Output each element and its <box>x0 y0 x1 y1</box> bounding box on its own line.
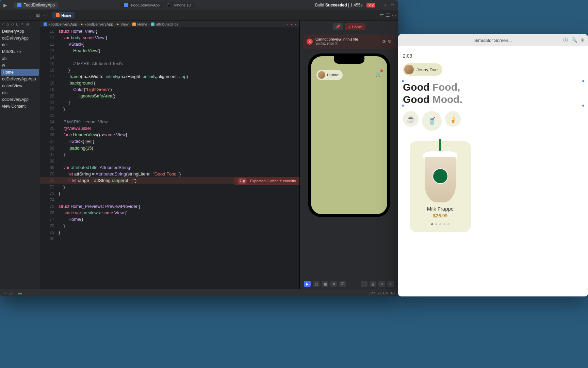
breadcrumb-bar[interactable]: FoodDeliveryApp › ▸ FoodDeliveryApp › ▸ … <box>40 20 299 28</box>
sidebar-item[interactable]: w <box>0 62 40 69</box>
inline-error[interactable]: 2 ⊗ Expected '{' after 'if' conditio <box>234 177 299 185</box>
code-line[interactable]: 74 <box>40 197 299 203</box>
code-line[interactable]: 76 static var previews: some View { <box>40 210 299 216</box>
code-line[interactable]: 66 .padding(15) <box>40 145 299 151</box>
canvas-toggle-icon[interactable]: ▭ <box>392 13 396 18</box>
code-line[interactable]: 14 <box>40 54 299 60</box>
console-icon[interactable]: ▬ <box>18 291 22 295</box>
add-button[interactable]: ＋ <box>383 2 388 8</box>
info-icon[interactable]: ⓘ <box>563 37 568 43</box>
zoom-fit-button[interactable]: ◎ <box>370 281 376 287</box>
run-destination[interactable]: FoodDeliveryApp › 📱 iPhone 13 <box>120 2 195 8</box>
sidebar-item[interactable]: ab <box>0 55 40 62</box>
sidebar-item[interactable]: odDeliveryAppApp <box>0 76 40 82</box>
bars-icon[interactable]: ≡ <box>21 22 23 26</box>
code-line[interactable]: 13 HeaderView() <box>40 47 299 54</box>
zoom-in-button[interactable]: ＋ <box>387 281 394 287</box>
code-line[interactable]: 80 <box>40 235 299 242</box>
code-line[interactable]: 20 .ignoresSafeArea() <box>40 93 299 99</box>
selection-box[interactable]: Good Food, Good Mood. <box>403 81 583 106</box>
category-item[interactable]: 🍦 <box>445 111 461 127</box>
code-line[interactable]: 10struct Home: View { <box>40 28 299 34</box>
code-line[interactable]: 11 var body: some View { <box>40 34 299 41</box>
code-line[interactable]: 23 <box>40 112 299 119</box>
back-icon[interactable]: ‹ <box>287 22 289 26</box>
code-line[interactable]: 17 .frame(maxWidth: .infinity,maxHeight:… <box>40 73 299 80</box>
search-icon[interactable]: 🔍 <box>571 37 577 43</box>
code-line[interactable]: 16 } <box>40 67 299 73</box>
adjust-editor-icon[interactable]: ⇄ <box>380 13 384 18</box>
category-item[interactable]: ☕ <box>403 111 419 127</box>
warn-icon[interactable]: △ <box>6 22 9 26</box>
code-editor[interactable]: 10struct Home: View {11 var body: some V… <box>40 28 299 289</box>
code-line[interactable]: 71 if let range = attString.range(of: "|… <box>40 177 299 184</box>
code-line[interactable]: 73} <box>40 190 299 197</box>
error-badge[interactable]: ✕ 2 <box>366 3 375 7</box>
zoom-icon[interactable]: ⊕ <box>581 37 585 43</box>
code-line[interactable]: 78 } <box>40 223 299 229</box>
code-line[interactable]: 27 HStack{ ••• } <box>40 138 299 145</box>
code-line[interactable]: 67 } <box>40 151 299 158</box>
zoom-actual-button[interactable]: ⊙ <box>378 281 385 287</box>
category-item-selected[interactable]: 🥤 <box>422 111 442 131</box>
back-button[interactable]: ‹ <box>44 13 46 18</box>
zoom-out-button[interactable]: − <box>361 281 368 287</box>
selectable-button[interactable]: ▢ <box>313 281 320 287</box>
code-line[interactable]: 19 Color("LightGreen") <box>40 86 299 93</box>
code-line[interactable]: 22 } <box>40 106 299 112</box>
square-icon[interactable]: ▢ <box>16 22 19 26</box>
grid-icon[interactable]: ▦ <box>36 13 40 18</box>
sidebar-item[interactable]: DeliveryApp <box>0 28 40 35</box>
refresh-icon[interactable]: ↻ <box>388 39 391 44</box>
info-icon[interactable]: ⓘ <box>335 42 338 45</box>
code-line[interactable]: 21 } <box>40 99 299 106</box>
code-line[interactable]: 25 @ViewBuilder <box>40 125 299 132</box>
sidebar-item[interactable]: Home <box>1 69 39 76</box>
error-nav-icon[interactable]: ● <box>291 22 293 26</box>
filter-icon-2[interactable]: ▢ <box>9 291 12 295</box>
live-button[interactable]: ▶ <box>304 281 311 287</box>
xcode-window: ▶ FoodDeliveryApp FoodDeliveryApp › 📱 iP… <box>0 0 398 296</box>
diagnostics-icon[interactable]: ⟳ <box>382 39 386 44</box>
device-settings-button[interactable]: ⚙ <box>330 281 337 287</box>
forward-button[interactable]: › <box>47 13 48 18</box>
info-button[interactable]: ⓘ <box>339 281 346 287</box>
code-line[interactable]: 68 <box>40 158 299 164</box>
pin-button[interactable]: 📌 <box>333 23 343 30</box>
canvas-preview-tab[interactable]: ● Home <box>345 23 365 30</box>
code-line[interactable]: 69 var attributedTitle: AttributedString… <box>40 164 299 171</box>
code-line[interactable]: 15 // MARK: Attributed Text's <box>40 60 299 67</box>
tab-home[interactable]: Home <box>52 12 75 18</box>
filter-icon[interactable]: ⊕ <box>3 291 6 295</box>
code-line[interactable]: 79} <box>40 229 299 235</box>
simulator-titlebar[interactable]: Simulator Screen... ⓘ 🔍 ⊕ <box>398 34 588 46</box>
code-line[interactable]: 24 // MARK: Hedaer View <box>40 119 299 125</box>
run-button[interactable]: ▶ <box>3 2 7 8</box>
library-button[interactable]: ▭ <box>390 2 395 8</box>
sidebar-item[interactable]: ontentView <box>0 82 40 89</box>
minimap-icon[interactable]: ☰ <box>386 13 390 18</box>
sidebar-item[interactable]: odDeliveryApp <box>0 96 40 103</box>
code-line[interactable]: 75struct Home_Previews: PreviewProvider … <box>40 203 299 210</box>
code-line[interactable]: 70 let attString = AttributedString(stri… <box>40 171 299 177</box>
diamond-icon[interactable]: ◇ <box>11 22 14 26</box>
folder-icon[interactable]: ⌂ <box>2 22 4 26</box>
sidebar-item[interactable]: view Content <box>0 103 40 110</box>
scheme-selector[interactable]: FoodDeliveryApp <box>14 2 58 9</box>
forward-icon[interactable]: › <box>295 22 296 26</box>
code-line[interactable]: 12 VStack{ <box>40 41 299 47</box>
sidebar-item[interactable]: del <box>0 42 40 48</box>
sidebar-item[interactable]: MilkShake <box>0 48 40 55</box>
code-line[interactable]: 77 Home() <box>40 216 299 223</box>
page-indicator[interactable] <box>431 223 450 225</box>
activity-status[interactable]: Build Succeeded | 1.455s ✕ 2 <box>315 3 375 7</box>
code-line[interactable]: 26 func HeaderView()->some View{ <box>40 132 299 138</box>
variants-button[interactable]: ▦ <box>322 281 328 287</box>
sidebar-item[interactable]: ets <box>0 89 40 96</box>
product-card[interactable]: Milk Frappe $26.99 <box>410 141 471 232</box>
code-line[interactable]: 18 .background { <box>40 80 299 86</box>
user-chip[interactable]: Jenny Doe <box>403 63 442 76</box>
sidebar-item[interactable]: odDeliveryApp <box>0 35 40 42</box>
preview-error-banner[interactable]: ✕ Cannot preview in this file Syntax err… <box>303 34 395 49</box>
list-icon[interactable]: ▤ <box>26 22 29 26</box>
